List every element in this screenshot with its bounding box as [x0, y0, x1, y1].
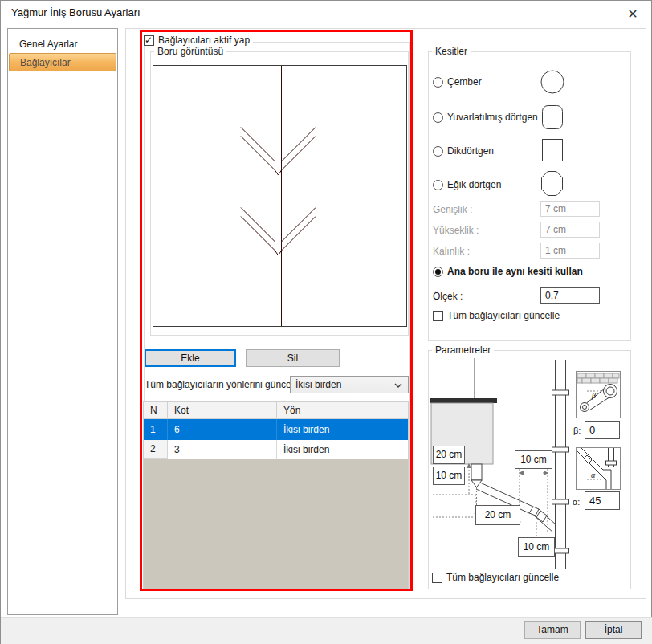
scale-label: Ölçek :	[433, 291, 463, 302]
beta-angle-diagram: β	[576, 371, 621, 418]
parameters-update-all-label: Tüm bağlayıcıları güncelle	[446, 572, 559, 583]
circle-shape-icon	[540, 70, 564, 96]
row2-n-cell[interactable]: 2	[144, 440, 168, 459]
dim-box-5: 10 cm	[518, 537, 555, 557]
option-yuvarlatilmis-dortgen[interactable]: Yuvarlatılmış dörtgen	[433, 112, 538, 123]
parameters-update-all-checkbox[interactable]	[432, 573, 442, 583]
directions-label: Tüm bağlayıcıların yönlerini güncelle :	[145, 379, 306, 390]
skewed-rect-radio[interactable]	[433, 180, 443, 190]
rounded-rect-radio[interactable]	[433, 112, 443, 123]
col-header-kot[interactable]: Kot	[168, 402, 277, 418]
col-header-n[interactable]: N	[144, 402, 168, 418]
row2-yon-cell[interactable]: İkisi birden	[277, 440, 408, 459]
add-button[interactable]: Ekle	[145, 349, 236, 367]
row1-n-cell[interactable]: 1	[144, 419, 168, 440]
same-as-main-radio-label: Ana boru ile aynı kesiti kullan	[447, 266, 583, 277]
alpha-label: α:	[573, 497, 580, 507]
option-egik-dortgen[interactable]: Eğik dörtgen	[433, 179, 501, 190]
sections-group-label: Kesitler	[432, 46, 471, 57]
alpha-field[interactable]	[585, 491, 620, 510]
height-field	[540, 222, 600, 238]
pipe-preview-canvas	[153, 65, 407, 327]
skewed-rect-radio-label: Eğik dörtgen	[447, 179, 501, 190]
table-row[interactable]: 1 6 İkisi birden	[144, 419, 408, 440]
close-icon[interactable]: ✕	[624, 6, 642, 23]
alpha-symbol: α	[591, 471, 596, 479]
activate-connectors-row: Bağlayıcıları aktif yap	[143, 35, 253, 46]
row1-kot-cell[interactable]: 6	[168, 419, 277, 440]
dim-box-4: 20 cm	[475, 505, 520, 525]
parameters-group-label: Parametreler	[432, 344, 494, 356]
width-label: Genişlik :	[433, 204, 472, 215]
dim-box-2: 10 cm	[433, 467, 465, 485]
sections-update-all-checkbox[interactable]	[433, 311, 443, 321]
row1-yon-cell[interactable]: İkisi birden	[277, 419, 408, 440]
rect-shape-icon	[542, 139, 563, 164]
parameters-update-all-row[interactable]: Tüm bağlayıcıları güncelle	[432, 572, 559, 583]
connectors-table: N Kot Yön 1 6 İkisi birden 2 3 İkisi bir…	[143, 401, 409, 590]
beta-label: β:	[573, 426, 581, 435]
table-row[interactable]: 2 3 İkisi birden	[144, 440, 408, 459]
thickness-label: Kalınlık :	[433, 246, 470, 257]
rounded-rect-shape-icon	[542, 105, 563, 132]
chevron-down-icon	[394, 383, 402, 388]
settings-sidebar: Genel Ayarlar Bağlayıcılar	[7, 28, 118, 615]
sections-update-all-label: Tüm bağlayıcıları güncelle	[447, 310, 560, 321]
rect-radio-label: Dikdörtgen	[447, 145, 494, 157]
directions-dropdown-value: İkisi birden	[295, 379, 341, 390]
alpha-angle-diagram: α	[576, 447, 621, 490]
sidebar-item-baglayicilar[interactable]: Bağlayıcılar	[9, 53, 116, 71]
dim-box-1: 20 cm	[433, 446, 465, 464]
window-title: Yağmur İniş Borusu Ayarları	[11, 6, 141, 18]
same-as-main-radio[interactable]	[433, 267, 443, 277]
pipe-preview-group-label: Boru görüntüsü	[154, 46, 226, 57]
option-same-as-main-pipe[interactable]: Ana boru ile aynı kesiti kullan	[433, 266, 583, 277]
activate-connectors-checkbox[interactable]	[144, 35, 154, 46]
activate-connectors-label: Bağlayıcıları aktif yap	[158, 35, 250, 46]
beta-field[interactable]	[585, 421, 620, 439]
skewed-rect-shape-icon	[541, 171, 563, 198]
option-dikdortgen[interactable]: Dikdörtgen	[433, 145, 494, 157]
width-field	[540, 201, 600, 217]
col-header-yon[interactable]: Yön	[277, 402, 408, 418]
sections-update-all-row[interactable]: Tüm bağlayıcıları güncelle	[433, 310, 560, 321]
cancel-button[interactable]: İptal	[585, 621, 642, 639]
option-cember[interactable]: Çember	[433, 76, 482, 88]
ok-button[interactable]: Tamam	[524, 621, 581, 639]
pipe-preview-drawing	[153, 66, 406, 326]
dim-box-3: 10 cm	[515, 450, 552, 469]
height-label: Yükseklik :	[433, 225, 479, 236]
circle-radio-label: Çember	[447, 76, 482, 88]
dialog-window: Yağmur İniş Borusu Ayarları ✕ Genel Ayar…	[0, 0, 652, 644]
beta-symbol: β	[591, 392, 596, 400]
row2-kot-cell[interactable]: 3	[168, 440, 277, 459]
rounded-rect-radio-label: Yuvarlatılmış dörtgen	[447, 112, 538, 123]
sidebar-item-genel-ayarlar[interactable]: Genel Ayarlar	[9, 35, 116, 54]
thickness-field	[540, 243, 600, 259]
rect-radio[interactable]	[433, 146, 443, 157]
delete-button[interactable]: Sil	[246, 349, 340, 367]
table-header-row: N Kot Yön	[144, 402, 408, 419]
directions-dropdown[interactable]: İkisi birden	[290, 376, 409, 393]
circle-radio[interactable]	[433, 77, 443, 88]
scale-field[interactable]	[540, 287, 600, 304]
